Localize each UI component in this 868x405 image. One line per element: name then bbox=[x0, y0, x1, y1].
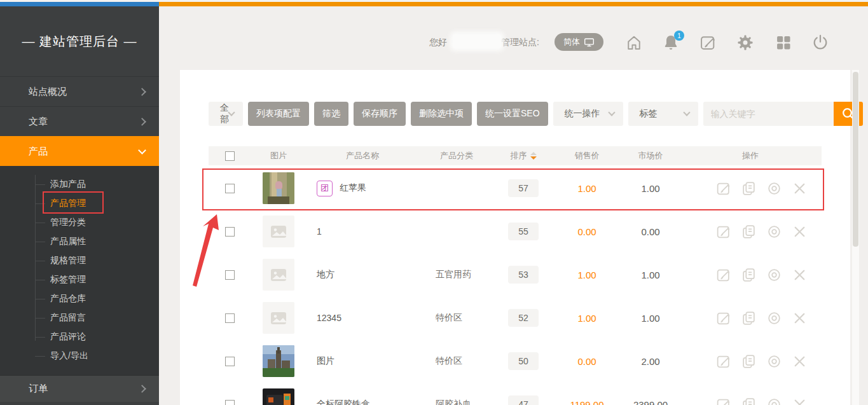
row-edit-icon[interactable] bbox=[715, 354, 731, 369]
sort-value[interactable]: 52 bbox=[508, 309, 539, 327]
sidebar-item-label: 文章 bbox=[29, 116, 139, 128]
row-delete-icon[interactable] bbox=[792, 354, 808, 369]
sidebar-subitem[interactable]: 添加产品 bbox=[0, 175, 159, 194]
row-view-icon[interactable] bbox=[766, 397, 782, 405]
row-edit-icon[interactable] bbox=[715, 181, 731, 196]
sidebar-item[interactable]: 文章 bbox=[0, 106, 159, 136]
row-view-icon[interactable] bbox=[766, 354, 782, 369]
sidebar-footer bbox=[0, 402, 159, 405]
sidebar-subitem-label: 产品管理 bbox=[50, 198, 86, 209]
toolbar-button[interactable]: 列表项配置 bbox=[248, 102, 309, 126]
row-delete-icon[interactable] bbox=[792, 310, 808, 326]
row-delete-icon[interactable] bbox=[792, 181, 808, 196]
sidebar-subitem-label: 导入/导出 bbox=[50, 350, 88, 362]
row-edit-icon[interactable] bbox=[715, 224, 731, 240]
row-view-icon[interactable] bbox=[766, 181, 782, 196]
row-delete-icon[interactable] bbox=[792, 224, 808, 240]
row-checkbox[interactable] bbox=[225, 313, 235, 323]
sort-value[interactable]: 50 bbox=[508, 352, 539, 370]
sort-value[interactable]: 53 bbox=[508, 266, 539, 284]
bell-icon[interactable]: 1 bbox=[662, 34, 680, 51]
sidebar-subitem[interactable]: 产品仓库 bbox=[0, 289, 159, 308]
filter-all-dropdown[interactable]: 全部 bbox=[209, 102, 243, 126]
product-thumbnail bbox=[263, 302, 294, 334]
toolbar-button[interactable]: 保存顺序 bbox=[354, 102, 406, 126]
app-title: — 建站管理后台 — bbox=[0, 6, 159, 76]
table-row: 图片 特价区 50 0.00 2.00 bbox=[209, 340, 822, 383]
sidebar-subitem[interactable]: 标签管理 bbox=[0, 270, 159, 289]
sort-arrows-icon[interactable] bbox=[530, 152, 537, 160]
row-copy-icon[interactable] bbox=[741, 267, 757, 283]
sidebar-subitem[interactable]: 产品属性 bbox=[0, 232, 159, 251]
sale-price: 0.00 bbox=[552, 356, 622, 367]
edit-icon[interactable] bbox=[699, 34, 717, 51]
market-price: 1.00 bbox=[622, 313, 679, 324]
main-accent-strip bbox=[159, 2, 868, 6]
redacted-username bbox=[453, 34, 501, 48]
sidebar-item[interactable]: 产品 bbox=[0, 136, 159, 166]
sidebar-subitem[interactable]: 管理分类 bbox=[0, 213, 159, 232]
chevron-down-icon bbox=[228, 109, 235, 116]
row-checkbox[interactable] bbox=[225, 357, 235, 366]
sidebar-subitem[interactable]: 产品管理 bbox=[0, 194, 159, 213]
sidebar-subitem[interactable]: 产品评论 bbox=[0, 327, 159, 347]
toolbar-button[interactable]: 统一设置SEO bbox=[477, 102, 548, 126]
market-price: 1.00 bbox=[622, 183, 679, 194]
language-pill[interactable]: 简体 bbox=[555, 33, 603, 51]
sidebar-item-orders[interactable]: 订单 bbox=[0, 375, 159, 402]
sidebar-subitem-label: 添加产品 bbox=[50, 179, 86, 190]
product-category: 特价区 bbox=[418, 312, 495, 324]
table-header: 图片 产品名称 产品分类 排序 销售价 市场价 操作 bbox=[209, 146, 822, 165]
toolbar-button[interactable]: 删除选中项 bbox=[411, 102, 472, 126]
select-all-checkbox[interactable] bbox=[225, 151, 235, 161]
row-copy-icon[interactable] bbox=[741, 397, 757, 405]
grid-icon[interactable] bbox=[775, 34, 792, 51]
toolbar-dropdown[interactable]: 标签 bbox=[628, 102, 698, 126]
sidebar: — 建站管理后台 — 站点概况 文章 产品 添加产品 产品管理 管理分类 产品属… bbox=[0, 6, 159, 405]
product-name: 全标阿胶铁盒 bbox=[317, 399, 370, 405]
market-price: 0.00 bbox=[622, 226, 679, 237]
row-view-icon[interactable] bbox=[766, 310, 782, 326]
sort-value[interactable]: 57 bbox=[508, 179, 539, 197]
sidebar-subitem[interactable]: 产品留言 bbox=[0, 308, 159, 327]
sort-value[interactable]: 55 bbox=[508, 223, 539, 240]
row-edit-icon[interactable] bbox=[715, 267, 731, 283]
table-row: 地方 五官用药 53 1.00 1.00 bbox=[209, 253, 822, 296]
row-edit-icon[interactable] bbox=[715, 310, 731, 326]
power-icon[interactable] bbox=[811, 34, 829, 51]
col-sort[interactable]: 排序 bbox=[495, 150, 552, 161]
row-view-icon[interactable] bbox=[766, 224, 782, 240]
row-copy-icon[interactable] bbox=[741, 310, 757, 326]
row-checkbox[interactable] bbox=[225, 227, 235, 237]
sidebar-item[interactable]: 站点概况 bbox=[0, 76, 159, 106]
gear-icon[interactable] bbox=[736, 34, 754, 51]
sort-value[interactable]: 47 bbox=[508, 395, 539, 405]
col-actions: 操作 bbox=[679, 150, 822, 161]
table-row: 团 红苹果 57 1.00 1.00 bbox=[209, 167, 822, 210]
sale-price: 1.00 bbox=[552, 270, 622, 280]
toolbar-button[interactable]: 筛选 bbox=[314, 102, 348, 126]
row-copy-icon[interactable] bbox=[741, 354, 757, 369]
sidebar-menu: 站点概况 文章 产品 bbox=[0, 76, 159, 166]
toolbar-dropdown[interactable]: 统一操作 bbox=[553, 102, 623, 126]
search-group bbox=[703, 102, 863, 126]
sidebar-submenu: 添加产品 产品管理 管理分类 产品属性 规格管理 标签管理 产品仓库 产品留言 … bbox=[0, 166, 159, 375]
row-delete-icon[interactable] bbox=[792, 397, 808, 405]
sidebar-subitem[interactable]: 导入/导出 bbox=[0, 347, 159, 366]
search-input[interactable] bbox=[703, 102, 834, 126]
row-checkbox[interactable] bbox=[225, 270, 235, 280]
row-checkbox[interactable] bbox=[225, 184, 235, 193]
vertical-scrollbar[interactable] bbox=[852, 70, 859, 405]
home-icon[interactable] bbox=[625, 34, 643, 51]
row-edit-icon[interactable] bbox=[715, 397, 731, 405]
product-category: 特价区 bbox=[418, 355, 495, 367]
row-view-icon[interactable] bbox=[766, 267, 782, 283]
row-delete-icon[interactable] bbox=[792, 267, 808, 283]
row-copy-icon[interactable] bbox=[741, 181, 757, 196]
row-copy-icon[interactable] bbox=[741, 224, 757, 240]
row-checkbox[interactable] bbox=[225, 400, 235, 405]
scrollbar-thumb[interactable] bbox=[853, 72, 858, 247]
product-thumbnail bbox=[263, 216, 294, 247]
sidebar-subitem[interactable]: 规格管理 bbox=[0, 251, 159, 270]
chevron-down-icon bbox=[138, 146, 146, 154]
